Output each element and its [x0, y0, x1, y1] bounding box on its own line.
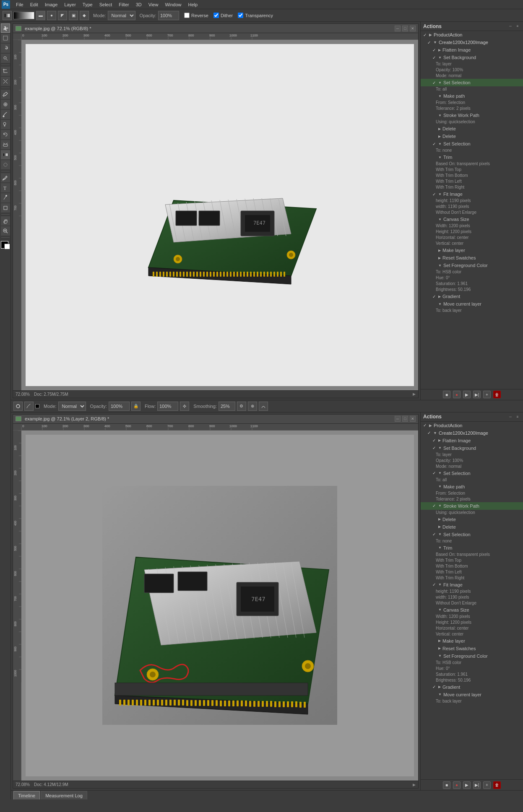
doc2-scroll-arrow[interactable]: ▶ [413, 783, 416, 787]
doc1-maximize[interactable]: □ [402, 26, 408, 31]
new-action-button[interactable]: + [483, 391, 491, 398]
action2-subgroup-create[interactable]: ✓ ▼ Create1200x1200Image [421, 429, 523, 437]
transparency-checkbox[interactable] [238, 13, 243, 18]
flow-input[interactable] [157, 402, 178, 411]
slice-tool[interactable] [1, 77, 10, 86]
brush-size-btn[interactable] [13, 402, 23, 411]
doc1-scroll-arrow[interactable]: ▶ [413, 392, 416, 396]
delete-action-button[interactable]: 🗑 [493, 391, 501, 398]
delete2-action-button[interactable]: 🗑 [493, 781, 501, 789]
action2-make-path[interactable]: ▼ Make path [421, 483, 523, 490]
radial-gradient-btn[interactable]: ● [47, 11, 56, 20]
heal-tool[interactable] [1, 100, 10, 109]
opacity-lock-btn[interactable]: 🔒 [131, 402, 141, 411]
action-set-selection-2[interactable]: ✓ ▼ Set Selection [421, 140, 523, 148]
action-fit-image[interactable]: ✓ ▼ Fit Image [421, 190, 523, 198]
action-move-layer[interactable]: ▼ Move current layer [421, 300, 523, 308]
action-canvas-size[interactable]: ▼ Canvas Size [421, 215, 523, 223]
stop-button[interactable]: ■ [443, 391, 450, 398]
action2-fit-image[interactable]: ✓ ▼ Fit Image [421, 581, 523, 589]
doc1-minimize[interactable]: ─ [395, 26, 401, 31]
menu-help[interactable]: Help [185, 1, 201, 8]
action2-set-fg-color[interactable]: ▼ Set Foreground Color [421, 652, 523, 660]
step-forward-button[interactable]: ▶| [473, 391, 481, 398]
zoom-tool[interactable] [1, 226, 10, 236]
menu-filter[interactable]: Filter [115, 1, 132, 8]
action2-set-selection-1[interactable]: ✓ ▼ Set Selection [421, 470, 523, 477]
smoothing-settings-btn[interactable]: ⚙ [237, 402, 246, 411]
menu-select[interactable]: Select [96, 1, 116, 8]
action-make-path[interactable]: ▼ Make path [421, 92, 523, 100]
action2-gradient[interactable]: ✓ ▶ Gradient [421, 683, 523, 691]
doc1-canvas[interactable]: 7E47 [21, 40, 418, 390]
menu-window[interactable]: Window [161, 1, 185, 8]
hand-tool[interactable] [1, 216, 10, 226]
action-flatten[interactable]: ✓ ▶ Flatten Image [421, 46, 523, 54]
blur-tool[interactable] [1, 160, 10, 169]
doc2-close[interactable]: ✕ [410, 416, 416, 422]
step2-forward-button[interactable]: ▶| [473, 781, 481, 789]
doc2-canvas[interactable]: 7E47 [21, 431, 418, 781]
action2-canvas-size[interactable]: ▼ Canvas Size [421, 606, 523, 614]
menu-layer[interactable]: Layer [61, 1, 79, 8]
reverse-checkbox[interactable] [184, 13, 190, 18]
pressure-btn[interactable] [259, 402, 268, 411]
action2-move-layer[interactable]: ▼ Move current layer [421, 691, 523, 698]
diamond-gradient-btn[interactable]: ◆ [80, 11, 89, 20]
action2-set-selection-2[interactable]: ✓ ▼ Set Selection [421, 531, 523, 538]
tab-measurement-log[interactable]: Measurement Log [41, 791, 87, 799]
angle-gradient-btn[interactable]: ◤ [58, 11, 67, 20]
linear-gradient-btn[interactable]: ▬ [36, 11, 45, 20]
menu-image[interactable]: Image [42, 1, 61, 8]
path-select-tool[interactable] [1, 193, 10, 202]
gradient-preview[interactable] [13, 12, 34, 19]
eyedropper-tool[interactable] [1, 90, 10, 99]
new2-action-button[interactable]: + [483, 781, 491, 789]
menu-type[interactable]: Type [79, 1, 96, 8]
play2-button[interactable]: ▶ [463, 781, 471, 789]
background-color[interactable] [4, 244, 10, 249]
action-delete-2[interactable]: ▶ Delete [421, 132, 523, 140]
record-button[interactable]: ● [453, 391, 461, 398]
action2-delete-2[interactable]: ▶ Delete [421, 523, 523, 531]
clone-stamp-tool[interactable] [1, 120, 10, 129]
opacity-input[interactable] [158, 11, 179, 20]
action-set-selection-1[interactable]: ✓ ▼ Set Selection [421, 79, 523, 86]
action-delete-1[interactable]: ▶ Delete [421, 125, 523, 132]
eraser-tool[interactable] [1, 140, 10, 149]
panel2-expand-icon[interactable]: ≡ [515, 414, 520, 420]
symmetry-btn[interactable]: ⊕ [248, 402, 257, 411]
lasso-tool[interactable] [1, 44, 10, 53]
panel2-minimize-icon[interactable]: ─ [507, 414, 513, 420]
crop-tool[interactable] [1, 67, 10, 76]
menu-file[interactable]: File [13, 1, 27, 8]
mode-dropdown[interactable]: Normal [108, 11, 135, 20]
gradient-tool-btn[interactable] [3, 11, 12, 20]
transparency-label[interactable]: Transparency [245, 13, 273, 18]
action2-stroke-work-path[interactable]: ✓ ▼ Stroke Work Path [421, 502, 523, 510]
panel1-expand-icon[interactable]: ≡ [515, 23, 520, 29]
shape-tool[interactable] [1, 203, 10, 213]
airbrush-btn[interactable] [180, 402, 189, 411]
action-set-background[interactable]: ✓ ▼ Set Background [421, 54, 523, 61]
action2-make-layer[interactable]: ▶ Make layer [421, 637, 523, 645]
reverse-label[interactable]: Reverse [191, 13, 208, 18]
menu-view[interactable]: View [145, 1, 162, 8]
history-brush-tool[interactable] [1, 130, 10, 139]
doc2-minimize[interactable]: ─ [395, 416, 401, 422]
record2-button[interactable]: ● [453, 781, 461, 789]
menu-3d[interactable]: 3D [133, 1, 145, 8]
brush-tool[interactable] [1, 110, 10, 119]
opacity2-input[interactable] [109, 402, 130, 411]
move-tool[interactable] [1, 23, 10, 33]
text-tool[interactable]: T [1, 183, 10, 192]
panel1-minimize-icon[interactable]: ─ [507, 23, 513, 29]
action-reset-swatches[interactable]: ▶ Reset Swatches [421, 254, 523, 262]
action-make-layer[interactable]: ▶ Make layer [421, 246, 523, 254]
action2-delete-1[interactable]: ▶ Delete [421, 516, 523, 523]
menu-edit[interactable]: Edit [27, 1, 42, 8]
doc2-maximize[interactable]: □ [402, 416, 408, 422]
dither-label[interactable]: Dither [221, 13, 233, 18]
action-subgroup-create[interactable]: ✓ ▼ Create1200x1200Image [421, 39, 523, 46]
doc1-close[interactable]: ✕ [410, 26, 416, 31]
